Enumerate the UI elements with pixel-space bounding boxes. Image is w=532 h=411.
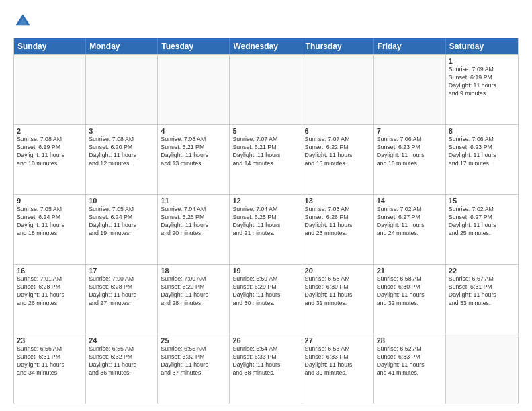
day-cell-6: 6Sunrise: 7:07 AM Sunset: 6:22 PM Daylig… <box>302 125 374 194</box>
day-info: Sunrise: 7:08 AM Sunset: 6:20 PM Dayligh… <box>89 136 154 168</box>
empty-cell-r0c4 <box>302 55 374 124</box>
day-cell-14: 14Sunrise: 7:02 AM Sunset: 6:27 PM Dayli… <box>374 195 446 264</box>
day-info: Sunrise: 7:05 AM Sunset: 6:24 PM Dayligh… <box>89 205 154 238</box>
weekday-header-thursday: Thursday <box>302 38 374 54</box>
day-info: Sunrise: 7:01 AM Sunset: 6:28 PM Dayligh… <box>17 275 83 308</box>
day-cell-11: 11Sunrise: 7:04 AM Sunset: 6:25 PM Dayli… <box>158 195 230 264</box>
day-info: Sunrise: 6:59 AM Sunset: 6:29 PM Dayligh… <box>232 275 298 308</box>
day-cell-9: 9Sunrise: 7:05 AM Sunset: 6:24 PM Daylig… <box>14 195 86 264</box>
empty-cell-r0c3 <box>230 55 302 124</box>
weekday-header-tuesday: Tuesday <box>158 38 230 54</box>
day-number: 14 <box>377 197 443 205</box>
day-info: Sunrise: 7:06 AM Sunset: 6:23 PM Dayligh… <box>377 136 443 168</box>
day-cell-13: 13Sunrise: 7:03 AM Sunset: 6:26 PM Dayli… <box>302 195 374 264</box>
weekday-header-wednesday: Wednesday <box>230 38 302 54</box>
day-cell-20: 20Sunrise: 6:58 AM Sunset: 6:30 PM Dayli… <box>302 265 374 334</box>
calendar-row-0: 1Sunrise: 7:09 AM Sunset: 6:19 PM Daylig… <box>14 54 518 124</box>
day-cell-2: 2Sunrise: 7:08 AM Sunset: 6:19 PM Daylig… <box>14 125 86 194</box>
day-number: 16 <box>17 267 83 275</box>
day-cell-7: 7Sunrise: 7:06 AM Sunset: 6:23 PM Daylig… <box>374 125 446 194</box>
day-info: Sunrise: 6:57 AM Sunset: 6:31 PM Dayligh… <box>449 275 515 308</box>
day-cell-15: 15Sunrise: 7:02 AM Sunset: 6:27 PM Dayli… <box>446 195 518 264</box>
day-info: Sunrise: 7:05 AM Sunset: 6:24 PM Dayligh… <box>17 205 83 238</box>
day-cell-22: 22Sunrise: 6:57 AM Sunset: 6:31 PM Dayli… <box>446 265 518 334</box>
day-number: 15 <box>449 197 515 205</box>
day-number: 12 <box>232 197 298 205</box>
day-cell-5: 5Sunrise: 7:07 AM Sunset: 6:21 PM Daylig… <box>230 125 302 194</box>
day-number: 25 <box>161 336 226 345</box>
day-cell-12: 12Sunrise: 7:04 AM Sunset: 6:25 PM Dayli… <box>230 195 302 264</box>
day-cell-25: 25Sunrise: 6:55 AM Sunset: 6:32 PM Dayli… <box>158 334 230 404</box>
day-info: Sunrise: 7:06 AM Sunset: 6:23 PM Dayligh… <box>449 136 515 168</box>
day-number: 24 <box>89 336 154 345</box>
empty-cell-r0c1 <box>86 55 158 124</box>
day-cell-26: 26Sunrise: 6:54 AM Sunset: 6:33 PM Dayli… <box>230 334 302 404</box>
weekday-header-saturday: Saturday <box>446 38 518 54</box>
day-number: 6 <box>305 127 371 135</box>
day-cell-17: 17Sunrise: 7:00 AM Sunset: 6:28 PM Dayli… <box>86 265 158 334</box>
day-info: Sunrise: 6:52 AM Sunset: 6:33 PM Dayligh… <box>377 345 443 377</box>
page: SundayMondayTuesdayWednesdayThursdayFrid… <box>0 0 532 411</box>
day-info: Sunrise: 7:07 AM Sunset: 6:21 PM Dayligh… <box>232 136 298 168</box>
day-info: Sunrise: 7:02 AM Sunset: 6:27 PM Dayligh… <box>449 205 515 238</box>
weekday-header-friday: Friday <box>374 38 446 54</box>
day-number: 13 <box>305 197 371 205</box>
day-info: Sunrise: 7:08 AM Sunset: 6:19 PM Dayligh… <box>17 136 83 168</box>
empty-cell-r0c5 <box>374 55 446 124</box>
day-number: 10 <box>89 197 154 205</box>
day-cell-21: 21Sunrise: 6:58 AM Sunset: 6:30 PM Dayli… <box>374 265 446 334</box>
weekday-header-sunday: Sunday <box>14 38 86 54</box>
calendar-row-2: 9Sunrise: 7:05 AM Sunset: 6:24 PM Daylig… <box>14 194 518 264</box>
day-info: Sunrise: 6:56 AM Sunset: 6:31 PM Dayligh… <box>17 345 83 377</box>
day-number: 23 <box>17 336 83 345</box>
day-cell-24: 24Sunrise: 6:55 AM Sunset: 6:32 PM Dayli… <box>86 334 158 404</box>
day-info: Sunrise: 6:54 AM Sunset: 6:33 PM Dayligh… <box>232 345 298 377</box>
day-info: Sunrise: 7:00 AM Sunset: 6:28 PM Dayligh… <box>89 275 154 308</box>
day-info: Sunrise: 6:55 AM Sunset: 6:32 PM Dayligh… <box>161 345 226 377</box>
day-number: 28 <box>377 336 443 345</box>
day-info: Sunrise: 7:02 AM Sunset: 6:27 PM Dayligh… <box>377 205 443 238</box>
calendar-body: 1Sunrise: 7:09 AM Sunset: 6:19 PM Daylig… <box>14 54 518 404</box>
day-number: 18 <box>161 267 226 275</box>
day-number: 11 <box>161 197 226 205</box>
day-number: 2 <box>17 127 83 135</box>
day-cell-23: 23Sunrise: 6:56 AM Sunset: 6:31 PM Dayli… <box>14 334 86 404</box>
day-number: 7 <box>377 127 443 135</box>
calendar-row-3: 16Sunrise: 7:01 AM Sunset: 6:28 PM Dayli… <box>14 264 518 334</box>
day-number: 19 <box>232 267 298 275</box>
day-cell-28: 28Sunrise: 6:52 AM Sunset: 6:33 PM Dayli… <box>374 334 446 404</box>
day-number: 26 <box>232 336 298 345</box>
header <box>13 12 519 31</box>
day-cell-1: 1Sunrise: 7:09 AM Sunset: 6:19 PM Daylig… <box>446 55 518 124</box>
day-number: 4 <box>161 127 226 135</box>
day-cell-27: 27Sunrise: 6:53 AM Sunset: 6:33 PM Dayli… <box>302 334 374 404</box>
day-cell-3: 3Sunrise: 7:08 AM Sunset: 6:20 PM Daylig… <box>86 125 158 194</box>
weekday-header-monday: Monday <box>86 38 158 54</box>
day-number: 1 <box>449 57 515 65</box>
day-number: 3 <box>89 127 154 135</box>
day-number: 22 <box>449 267 515 275</box>
logo-icon <box>13 12 32 31</box>
day-cell-18: 18Sunrise: 7:00 AM Sunset: 6:29 PM Dayli… <box>158 265 230 334</box>
empty-cell-r0c2 <box>158 55 230 124</box>
logo <box>13 12 35 31</box>
day-info: Sunrise: 6:53 AM Sunset: 6:33 PM Dayligh… <box>305 345 371 377</box>
day-cell-19: 19Sunrise: 6:59 AM Sunset: 6:29 PM Dayli… <box>230 265 302 334</box>
calendar-row-4: 23Sunrise: 6:56 AM Sunset: 6:31 PM Dayli… <box>14 334 518 404</box>
day-cell-16: 16Sunrise: 7:01 AM Sunset: 6:28 PM Dayli… <box>14 265 86 334</box>
day-info: Sunrise: 7:04 AM Sunset: 6:25 PM Dayligh… <box>161 205 226 238</box>
day-number: 21 <box>377 267 443 275</box>
calendar-header: SundayMondayTuesdayWednesdayThursdayFrid… <box>14 38 518 54</box>
day-cell-10: 10Sunrise: 7:05 AM Sunset: 6:24 PM Dayli… <box>86 195 158 264</box>
calendar-row-1: 2Sunrise: 7:08 AM Sunset: 6:19 PM Daylig… <box>14 124 518 194</box>
day-number: 17 <box>89 267 154 275</box>
day-info: Sunrise: 6:55 AM Sunset: 6:32 PM Dayligh… <box>89 345 154 377</box>
day-info: Sunrise: 7:09 AM Sunset: 6:19 PM Dayligh… <box>449 66 515 98</box>
day-cell-8: 8Sunrise: 7:06 AM Sunset: 6:23 PM Daylig… <box>446 125 518 194</box>
day-cell-4: 4Sunrise: 7:08 AM Sunset: 6:21 PM Daylig… <box>158 125 230 194</box>
empty-cell-r4c6 <box>446 334 518 404</box>
day-number: 8 <box>449 127 515 135</box>
day-number: 27 <box>305 336 371 345</box>
day-number: 5 <box>232 127 298 135</box>
day-info: Sunrise: 7:03 AM Sunset: 6:26 PM Dayligh… <box>305 205 371 238</box>
